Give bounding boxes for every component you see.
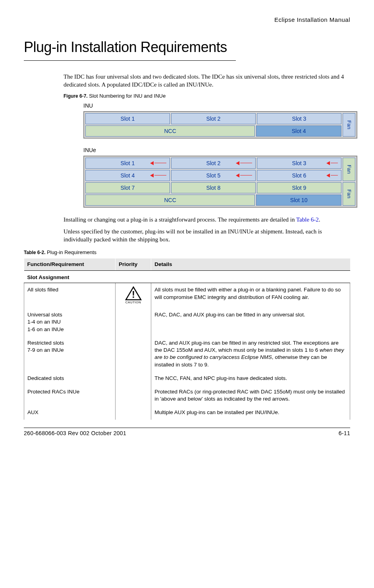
inue-slot-10: Slot 10 (256, 195, 341, 206)
inue-slot-6: Slot 6 (257, 170, 341, 181)
table-row: AUX Multiple AUX plug-ins can be install… (24, 406, 350, 419)
func-cell: AUX (24, 406, 116, 419)
inu-slot-3: Slot 3 (257, 113, 341, 124)
requirements-table: Function/Requirement Priority Details Sl… (24, 258, 350, 420)
title-rule (24, 60, 236, 61)
inu-ncc: NCC (85, 125, 255, 137)
table-ref-link[interactable]: Table 6-2 (296, 216, 319, 223)
details-cell: All slots must be filled with either a p… (151, 283, 350, 308)
details-cell: RAC, DAC, and AUX plug-ins can be fitted… (151, 308, 350, 336)
inue-slot-7: Slot 7 (85, 182, 170, 193)
inue-label: INUe (83, 147, 350, 154)
table-row: Dedicated slots The NCC, FAN, and NPC pl… (24, 372, 350, 385)
table-caption: Table 6-2. Plug-in Requirements (24, 249, 350, 256)
inue-ncc: NCC (85, 195, 255, 206)
figure-label-bold: Figure 6-7. (64, 93, 88, 99)
table-caption-text: Plug-in Requirements (45, 249, 96, 255)
section-slot-assignment: Slot Assignment (24, 271, 350, 283)
func-cell: All slots filled (24, 283, 116, 308)
table-row: Protected RACs INUe Protected RACs (or r… (24, 385, 350, 406)
caution-icon: ! CAUTION (119, 286, 148, 305)
inu-fan: Fan (343, 113, 355, 137)
inu-slot-1: Slot 1 (85, 113, 170, 124)
inue-diagram: Slot 1 Slot 2 Slot 3 Slot 4 Slot 5 Slot … (83, 156, 350, 208)
priority-cell (115, 308, 151, 336)
priority-cell (115, 385, 151, 406)
intro-paragraph: The IDC has four universal slots and two… (64, 73, 350, 89)
footer-left: 260-668066-003 Rev 002 October 2001 (24, 430, 126, 437)
th-function: Function/Requirement (24, 258, 116, 271)
svg-text:!: ! (132, 289, 135, 300)
inu-label: INU (83, 102, 350, 110)
paragraph-2: Installing or changing out a plug-in is … (64, 216, 350, 224)
priority-cell (115, 372, 151, 385)
figure-caption: Figure 6-7. Slot Numbering for INU and I… (64, 93, 350, 100)
inue-fan-1: Fan (343, 158, 355, 181)
page-title: Plug-in Installation Requirements (24, 38, 350, 57)
inue-slot-9: Slot 9 (257, 182, 341, 193)
inue-slot-4: Slot 4 (85, 170, 170, 181)
inu-diagram: Slot 1 Slot 2 Slot 3 NCC Slot 4 Fan (83, 111, 350, 139)
table-row: All slots filled ! CAUTION All slots mus… (24, 283, 350, 308)
priority-cell (115, 406, 151, 419)
paragraph-3: Unless specified by the customer, plug-i… (64, 227, 350, 244)
func-cell: Dedicated slots (24, 372, 116, 385)
details-cell: Protected RACs (or ring-protected RAC wi… (151, 385, 350, 406)
inu-slot-4: Slot 4 (256, 125, 341, 137)
th-priority: Priority (115, 258, 151, 271)
inue-fan-2: Fan (343, 182, 355, 206)
details-cell: Multiple AUX plug-ins can be installed p… (151, 406, 350, 419)
inue-slot-1: Slot 1 (85, 158, 170, 169)
inue-slot-2: Slot 2 (171, 158, 256, 169)
table-row: Restricted slots 7-9 on an INUe DAC, and… (24, 336, 350, 372)
inu-slot-2: Slot 2 (171, 113, 256, 124)
table-row: Universal slots 1-4 on an INU 1-6 on an … (24, 308, 350, 336)
func-cell: Protected RACs INUe (24, 385, 116, 406)
page-footer: 260-668066-003 Rev 002 October 2001 6-11 (24, 428, 350, 437)
func-cell: Universal slots 1-4 on an INU 1-6 on an … (24, 308, 116, 336)
details-cell: The NCC, FAN, and NPC plug-ins have dedi… (151, 372, 350, 385)
priority-cell: ! CAUTION (115, 283, 151, 308)
priority-cell (115, 336, 151, 372)
footer-right: 6-11 (339, 430, 350, 437)
func-cell: Restricted slots 7-9 on an INUe (24, 336, 116, 372)
figure-label-text: Slot Numbering for INU and INUe (88, 93, 166, 99)
inue-slot-8: Slot 8 (171, 182, 256, 193)
th-details: Details (151, 258, 350, 271)
details-cell: DAC, and AUX plug-ins can be fitted in a… (151, 336, 350, 372)
manual-title: Eclipse Installation Manual (24, 16, 350, 24)
inue-slot-3: Slot 3 (257, 158, 341, 169)
table-caption-bold: Table 6-2. (24, 250, 45, 255)
inue-slot-5: Slot 5 (171, 170, 256, 181)
